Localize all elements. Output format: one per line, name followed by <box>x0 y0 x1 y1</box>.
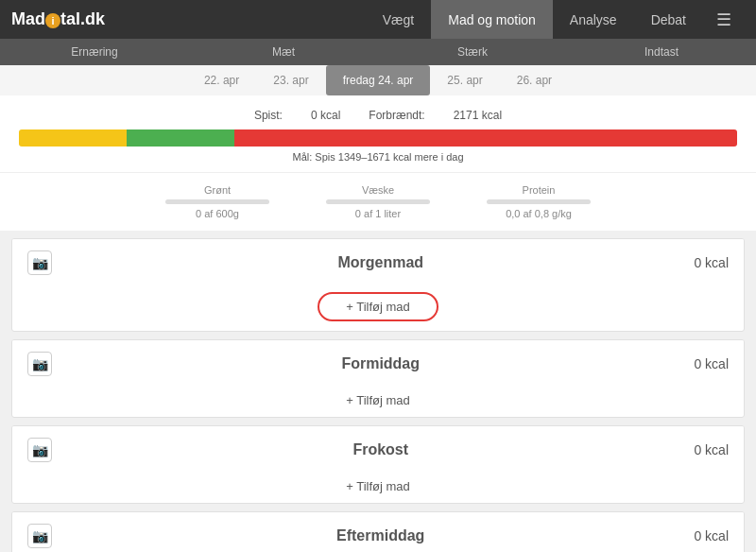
meals-content: 📷 Morgenmad 0 kcal + Tilføj mad 📷 Formid… <box>0 231 756 552</box>
forbraendt-label: Forbrændt: <box>369 109 424 122</box>
protein-value: 0,0 af 0,8 g/kg <box>506 208 572 219</box>
bar-yellow <box>19 129 127 147</box>
date-nav: 22. apr 23. apr fredag 24. apr 25. apr 2… <box>0 65 756 95</box>
nav-item-analyse[interactable]: Analyse <box>553 0 634 39</box>
date-26apr[interactable]: 26. apr <box>500 65 569 95</box>
vaeske-label: Væske <box>362 184 394 196</box>
spist-value: 0 kcal <box>311 109 340 122</box>
logo[interactable]: Madital.dk <box>11 9 105 29</box>
add-food-btn-morgenmad[interactable]: + Tilføj mad <box>318 292 438 321</box>
groent-bar <box>165 199 269 204</box>
meal-frokost: 📷 Frokost 0 kcal + Tilføj mad <box>11 425 745 504</box>
add-food-btn-frokost[interactable]: + Tilføj mad <box>346 479 410 493</box>
sub-nav-indtast[interactable]: Indtast <box>567 39 756 65</box>
vaeske-bar <box>326 199 430 204</box>
vaeske-value: 0 af 1 liter <box>355 208 401 219</box>
sub-nav-maet[interactable]: Mæt <box>189 39 378 65</box>
meal-frokost-header: 📷 Frokost 0 kcal <box>12 426 744 474</box>
meal-frokost-kcal: 0 kcal <box>694 442 729 457</box>
camera-icon-eftermiddag[interactable]: 📷 <box>27 524 52 548</box>
add-food-row-morgenmad: + Tilføj mad <box>12 286 744 331</box>
nav-item-vaegt[interactable]: Vægt <box>366 0 431 39</box>
add-food-row-formiddag: + Tilføj mad <box>12 388 744 417</box>
meal-morgenmad: 📷 Morgenmad 0 kcal + Tilføj mad <box>11 238 745 332</box>
date-22apr[interactable]: 22. apr <box>187 65 256 95</box>
date-24apr[interactable]: fredag 24. apr <box>326 65 431 95</box>
calorie-info: Spist: 0 kcal Forbrændt: 2171 kcal <box>19 109 737 122</box>
camera-icon-formiddag[interactable]: 📷 <box>27 352 52 376</box>
camera-icon-morgenmad[interactable]: 📷 <box>27 250 52 275</box>
date-25apr[interactable]: 25. apr <box>430 65 499 95</box>
nutrition-groent: Grønt 0 af 600g <box>165 184 269 219</box>
hamburger-menu[interactable]: ☰ <box>703 0 745 39</box>
meal-morgenmad-header: 📷 Morgenmad 0 kcal <box>12 239 744 286</box>
nutrition-vaeske: Væske 0 af 1 liter <box>326 184 430 219</box>
spist-label: Spist: <box>254 109 283 122</box>
header: Madital.dk Vægt Mad og motion Analyse De… <box>0 0 756 39</box>
meal-formiddag-header: 📷 Formiddag 0 kcal <box>12 340 744 388</box>
meals-list: 📷 Morgenmad 0 kcal + Tilføj mad 📷 Formid… <box>0 231 756 552</box>
nav-item-debat[interactable]: Debat <box>634 0 703 39</box>
logo-i-icon: i <box>45 13 60 28</box>
calorie-bar <box>19 129 737 147</box>
sub-nav: Ernæring Mæt Stærk Indtast <box>0 39 756 65</box>
meal-formiddag-title: Formiddag <box>67 355 694 372</box>
calorie-section: Spist: 0 kcal Forbrændt: 2171 kcal Mål: … <box>0 95 756 172</box>
meal-morgenmad-kcal: 0 kcal <box>694 255 729 270</box>
calorie-goal: Mål: Spis 1349–1671 kcal mere i dag <box>19 151 737 163</box>
add-food-btn-formiddag[interactable]: + Tilføj mad <box>346 393 410 407</box>
add-food-row-frokost: + Tilføj mad <box>12 474 744 503</box>
protein-label: Protein <box>523 184 556 196</box>
meal-eftermiddag: 📷 Eftermiddag 0 kcal + Tilføj mad <box>11 511 745 552</box>
sub-nav-staerk[interactable]: Stærk <box>378 39 567 65</box>
nav-item-mad-og-motion[interactable]: Mad og motion <box>431 0 553 39</box>
bar-green <box>127 129 234 147</box>
date-23apr[interactable]: 23. apr <box>256 65 325 95</box>
main-nav: Vægt Mad og motion Analyse Debat ☰ <box>366 0 745 39</box>
sub-nav-ernaering[interactable]: Ernæring <box>0 39 189 65</box>
camera-icon-frokost[interactable]: 📷 <box>27 438 52 462</box>
protein-bar <box>487 199 591 204</box>
meal-formiddag: 📷 Formiddag 0 kcal + Tilføj mad <box>11 339 745 418</box>
meal-frokost-title: Frokost <box>67 441 694 458</box>
groent-value: 0 af 600g <box>196 208 239 219</box>
meal-formiddag-kcal: 0 kcal <box>694 356 729 371</box>
forbraendt-value: 2171 kcal <box>454 109 502 122</box>
meal-eftermiddag-kcal: 0 kcal <box>694 528 729 543</box>
meal-eftermiddag-title: Eftermiddag <box>67 527 694 544</box>
bar-red <box>234 129 737 147</box>
nutrition-section: Grønt 0 af 600g Væske 0 af 1 liter Prote… <box>0 172 756 231</box>
meal-eftermiddag-header: 📷 Eftermiddag 0 kcal <box>12 512 744 552</box>
meal-morgenmad-title: Morgenmad <box>67 254 694 271</box>
groent-label: Grønt <box>204 184 231 196</box>
nutrition-protein: Protein 0,0 af 0,8 g/kg <box>487 184 591 219</box>
